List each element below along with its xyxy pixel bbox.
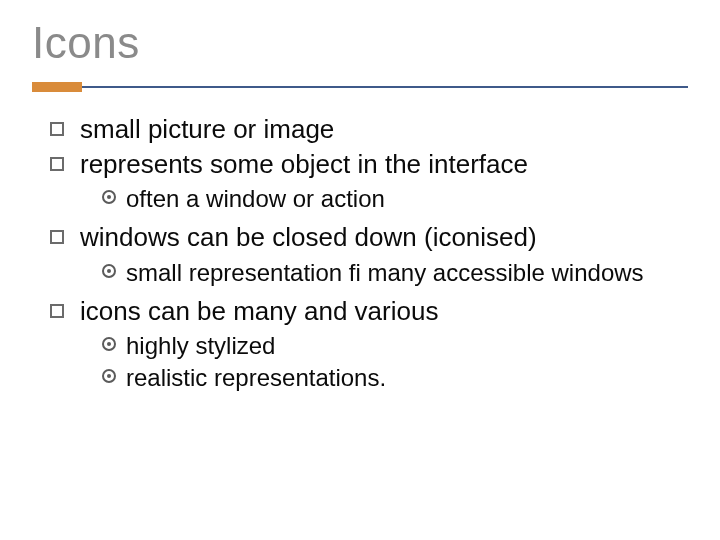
slide: Icons small picture or image represents …	[0, 0, 720, 540]
sublist: often a window or action	[102, 184, 688, 214]
page-title: Icons	[32, 18, 688, 68]
list-item: often a window or action	[102, 184, 688, 214]
bullet-text: realistic representations.	[126, 363, 386, 393]
title-rule	[32, 82, 688, 92]
bullet-text: highly stylized	[126, 331, 275, 361]
bullet-text: often a window or action	[126, 184, 385, 214]
content-area: small picture or image represents some o…	[32, 114, 688, 393]
bullet-text: icons can be many and various	[80, 296, 438, 327]
sublist: small representation fi many accessible …	[102, 258, 688, 288]
rule-line	[82, 86, 688, 88]
circle-bullet-icon	[102, 369, 116, 383]
list-item: icons can be many and various	[50, 296, 688, 327]
circle-bullet-icon	[102, 190, 116, 204]
circle-bullet-icon	[102, 264, 116, 278]
list-item: small picture or image	[50, 114, 688, 145]
list-item: small representation fi many accessible …	[102, 258, 688, 288]
list-item: represents some object in the interface	[50, 149, 688, 180]
bullet-text: windows can be closed down (iconised)	[80, 222, 537, 253]
bullet-text: small picture or image	[80, 114, 334, 145]
list-item: realistic representations.	[102, 363, 688, 393]
sublist: highly stylized realistic representation…	[102, 331, 688, 393]
square-bullet-icon	[50, 157, 64, 171]
square-bullet-icon	[50, 304, 64, 318]
square-bullet-icon	[50, 122, 64, 136]
bullet-text: small representation fi many accessible …	[126, 258, 644, 288]
rule-accent	[32, 82, 82, 92]
circle-bullet-icon	[102, 337, 116, 351]
square-bullet-icon	[50, 230, 64, 244]
list-item: windows can be closed down (iconised)	[50, 222, 688, 253]
list-item: highly stylized	[102, 331, 688, 361]
bullet-text: represents some object in the interface	[80, 149, 528, 180]
